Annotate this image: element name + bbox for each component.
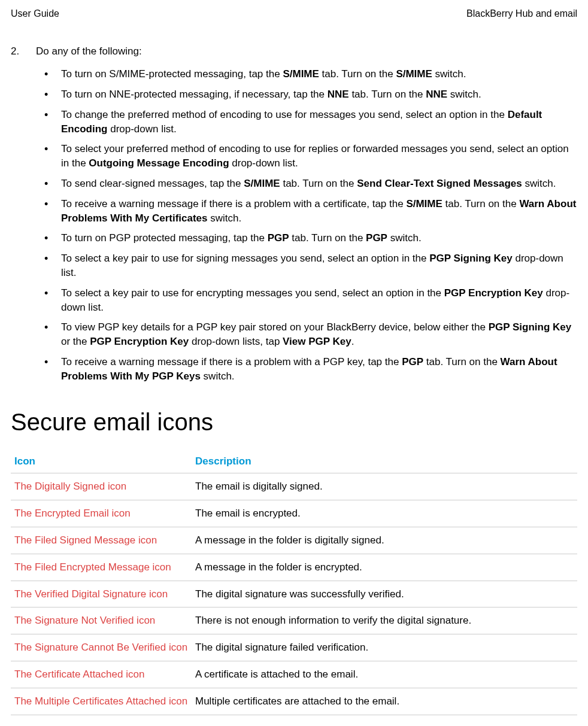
icon-description-cell: The digital signature failed verificatio… [192,634,577,661]
list-item: To turn on PGP protected messaging, tap … [44,231,577,245]
icon-name-cell: The Encrypted Email icon [11,500,192,527]
icon-description-cell: There is not enough information to verif… [192,607,577,634]
list-item: To turn on S/MIME-protected messaging, t… [44,67,577,81]
icon-name-cell: The Digitally Signed icon [11,473,192,500]
icon-description-cell: The digital signature was successfully v… [192,581,577,607]
icon-name-cell: The Certificate Attached icon [11,661,192,688]
step-2: 2. Do any of the following: [11,44,577,59]
table-row: The Signature Cannot Be Verified iconThe… [11,634,577,661]
step-text: Do any of the following: [36,44,142,59]
list-item: To receive a warning message if there is… [44,197,577,226]
header-left: User Guide [11,7,59,20]
list-item: To select a key pair to use for encrypti… [44,286,577,315]
list-item: To change the preferred method of encodi… [44,108,577,136]
icon-description-cell: Multiple certificates are attached to th… [192,688,577,715]
icon-description-cell: A certificate is attached to the email. [192,661,577,688]
table-row: The Multiple Certificates Attached iconM… [11,688,577,715]
header-right: BlackBerry Hub and email [466,7,577,20]
section-heading: Secure email icons [11,405,577,439]
icon-description-cell: The email is encrypted. [192,500,577,527]
list-item: To select a key pair to use for signing … [44,251,577,280]
bullet-list: To turn on S/MIME-protected messaging, t… [44,67,577,383]
table-row: The Digitally Signed iconThe email is di… [11,473,577,500]
page-header: User Guide BlackBerry Hub and email [11,7,577,20]
table-row: The Verified Digital Signature iconThe d… [11,581,577,607]
icon-name-cell: The Filed Signed Message icon [11,527,192,554]
list-item: To select your preferred method of encod… [44,142,577,171]
list-item: To receive a warning message if there is… [44,355,577,384]
icon-name-cell: The Verified Digital Signature icon [11,581,192,607]
table-row: The Signature Not Verified iconThere is … [11,607,577,634]
icon-description-cell: The email is digitally signed. [192,473,577,500]
icon-description-cell: A message in the folder is digitally sig… [192,527,577,554]
icon-name-cell: The Multiple Certificates Attached icon [11,688,192,715]
table-header-description: Description [192,449,577,473]
table-row: The Filed Signed Message iconA message i… [11,527,577,554]
icon-name-cell: The Signature Cannot Be Verified icon [11,634,192,661]
icon-description-cell: A message in the folder is encrypted. [192,554,577,581]
table-row: The Certificate Attached iconA certifica… [11,661,577,688]
list-item: To turn on NNE-protected messaging, if n… [44,87,577,102]
step-number: 2. [11,44,36,59]
list-item: To view PGP key details for a PGP key pa… [44,320,577,349]
list-item: To send clear-signed messages, tap the S… [44,177,577,191]
table-header-icon: Icon [11,449,192,473]
table-row: The Filed Encrypted Message iconA messag… [11,554,577,581]
icons-table: Icon Description The Digitally Signed ic… [11,449,577,715]
table-row: The Encrypted Email iconThe email is enc… [11,500,577,527]
icon-name-cell: The Signature Not Verified icon [11,607,192,634]
icon-name-cell: The Filed Encrypted Message icon [11,554,192,581]
